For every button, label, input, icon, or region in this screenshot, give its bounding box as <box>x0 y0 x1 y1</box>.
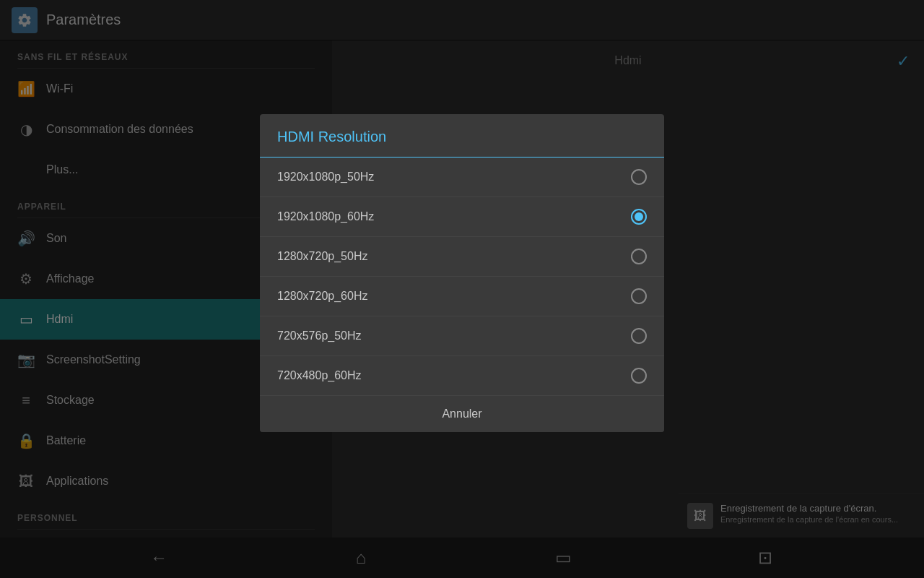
radio-label-opt2: 1920x1080p_60Hz <box>277 210 374 223</box>
radio-btn-opt5[interactable] <box>631 328 647 344</box>
radio-label-opt4: 1280x720p_60Hz <box>277 290 367 303</box>
radio-label-opt3: 1280x720p_50Hz <box>277 250 367 263</box>
radio-option-opt3[interactable]: 1280x720p_50Hz <box>260 237 664 277</box>
radio-btn-opt3[interactable] <box>631 249 647 264</box>
radio-option-opt5[interactable]: 720x576p_50Hz <box>260 316 664 356</box>
radio-option-opt4[interactable]: 1280x720p_60Hz <box>260 277 664 316</box>
radio-label-opt5: 720x576p_50Hz <box>277 329 362 342</box>
cancel-button[interactable]: Annuler <box>260 396 664 432</box>
radio-label-opt1: 1920x1080p_50Hz <box>277 171 374 184</box>
radio-option-opt1[interactable]: 1920x1080p_50Hz <box>260 158 664 197</box>
dialog-options: 1920x1080p_50Hz1920x1080p_60Hz1280x720p_… <box>260 158 664 396</box>
radio-btn-opt2[interactable] <box>631 209 647 225</box>
radio-option-opt6[interactable]: 720x480p_60Hz <box>260 356 664 396</box>
radio-btn-opt4[interactable] <box>631 288 647 304</box>
dialog-title: HDMI Resolution <box>260 114 664 158</box>
hdmi-resolution-dialog: HDMI Resolution 1920x1080p_50Hz1920x1080… <box>260 114 664 432</box>
radio-option-opt2[interactable]: 1920x1080p_60Hz <box>260 197 664 237</box>
radio-btn-opt6[interactable] <box>631 368 647 384</box>
radio-btn-opt1[interactable] <box>631 169 647 185</box>
radio-label-opt6: 720x480p_60Hz <box>277 369 362 382</box>
